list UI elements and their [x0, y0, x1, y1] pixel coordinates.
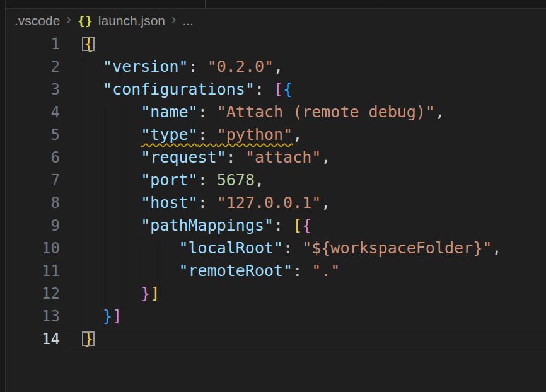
tab-bar [6, 0, 546, 9]
code-token: : [283, 239, 302, 257]
code-token: [ [293, 216, 302, 234]
code-token: "python" [217, 125, 293, 144]
code-token: "pathMappings" [141, 216, 274, 234]
code-token: , [435, 103, 444, 121]
code-token: "${workspaceFolder}" [302, 239, 492, 257]
code-token [84, 148, 141, 166]
code-line[interactable]: }] [68, 282, 546, 305]
code-token: 5678 [217, 171, 255, 189]
bracket-match: { [84, 35, 93, 53]
code-token: : [198, 125, 217, 144]
code-token: "type" [141, 125, 197, 144]
code-token: : [274, 216, 293, 234]
code-token: } [103, 307, 112, 325]
code-lines[interactable]: { "version": "0.2.0", "configurations": … [68, 33, 546, 350]
code-token [84, 239, 179, 257]
chevron-right-icon: › [66, 11, 71, 28]
code-token [84, 103, 141, 121]
code-token: "remoteRoot" [179, 262, 293, 280]
line-number[interactable]: 9 [6, 214, 60, 237]
code-token: "localRoot" [179, 239, 284, 257]
chevron-right-icon: › [171, 11, 176, 28]
code-token: , [255, 171, 264, 189]
code-line[interactable]: "configurations": [{ [68, 78, 546, 101]
code-token: ] [150, 284, 160, 303]
code-token [84, 262, 179, 280]
line-number[interactable]: 13 [6, 305, 60, 328]
line-number[interactable]: 6 [6, 146, 60, 169]
code-token: : [293, 262, 311, 280]
line-number[interactable]: 11 [6, 260, 60, 282]
code-token: { [283, 80, 293, 98]
code-token [84, 216, 141, 234]
code-token: "127.0.0.1" [217, 193, 322, 212]
code-token: , [321, 148, 330, 166]
code-token: : [198, 193, 217, 212]
code-token: , [492, 239, 501, 257]
line-number[interactable]: 5 [6, 124, 60, 146]
code-token: , [321, 193, 330, 212]
code-token: : [226, 148, 245, 166]
line-number[interactable]: 10 [6, 237, 60, 260]
json-braces-icon: {} [78, 13, 93, 28]
gutter[interactable]: 1234567891011121314 [6, 33, 60, 350]
line-number[interactable]: 14 [6, 328, 60, 350]
code-token [84, 57, 103, 76]
code-token [84, 193, 141, 212]
code-line[interactable]: "pathMappings": [{ [68, 214, 546, 237]
code-token: "." [311, 262, 340, 280]
code-token: "Attach (remote debug)" [217, 103, 435, 121]
code-token: : [198, 171, 217, 189]
breadcrumb: .vscode › {} launch.json › ... [6, 9, 546, 33]
line-number[interactable]: 2 [6, 55, 60, 78]
code-token: "0.2.0" [207, 57, 274, 76]
code-line[interactable]: "localRoot": "${workspaceFolder}", [68, 237, 546, 260]
code-line[interactable]: }] [68, 305, 546, 328]
code-token: "attach" [245, 148, 321, 166]
code-token: ] [112, 307, 122, 325]
code-line[interactable]: "remoteRoot": "." [68, 260, 546, 282]
code-line[interactable]: "name": "Attach (remote debug)", [68, 101, 546, 124]
code-token: "configurations" [103, 80, 255, 98]
code-token [84, 125, 141, 144]
line-number[interactable]: 7 [6, 169, 60, 192]
code-line[interactable]: "host": "127.0.0.1", [68, 192, 546, 214]
bracket-match: } [84, 330, 93, 348]
code-token [84, 80, 103, 98]
code-token: , [293, 125, 302, 144]
code-token: : [198, 103, 217, 121]
code-line[interactable]: "request": "attach", [68, 146, 546, 169]
code-line[interactable]: "type": "python", [68, 124, 546, 146]
code-token: "host" [141, 193, 197, 212]
code-token: , [274, 57, 283, 76]
line-number[interactable]: 12 [6, 282, 60, 305]
tab-separator [205, 0, 206, 8]
code-token: : [255, 80, 274, 98]
code-line[interactable]: { [68, 33, 546, 55]
line-number[interactable]: 4 [6, 101, 60, 124]
line-number[interactable]: 8 [6, 192, 60, 214]
code-token: "request" [141, 148, 226, 166]
code-token: : [189, 57, 207, 76]
breadcrumb-symbol-more[interactable]: ... [182, 13, 194, 28]
code-token: [ [274, 80, 283, 98]
code-line[interactable]: "version": "0.2.0", [68, 55, 546, 78]
tab-separator [380, 0, 380, 8]
code-token: "version" [103, 57, 188, 76]
code-token: "name" [141, 103, 197, 121]
code-token [84, 307, 103, 325]
code-line[interactable]: } [68, 328, 546, 350]
code-token: { [302, 216, 311, 234]
code-token [84, 171, 141, 189]
code-token: } [141, 284, 150, 303]
line-number[interactable]: 3 [6, 78, 60, 101]
code-token: "port" [141, 171, 197, 189]
breadcrumb-file[interactable]: launch.json [98, 13, 165, 28]
activity-bar-sliver [0, 0, 6, 392]
code-line[interactable]: "port": 5678, [68, 169, 546, 192]
code-token [84, 284, 141, 303]
line-number[interactable]: 1 [6, 33, 60, 55]
breadcrumb-folder[interactable]: .vscode [15, 13, 60, 28]
